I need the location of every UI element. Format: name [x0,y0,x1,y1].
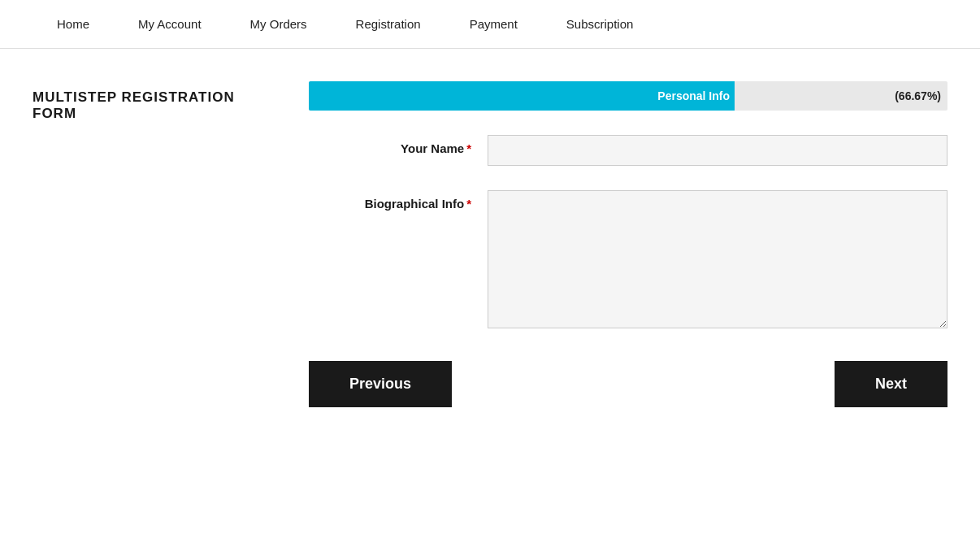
biographical-info-input[interactable] [488,190,947,328]
nav-item-subscription[interactable]: Subscription [542,0,658,49]
biographical-info-required: * [466,197,471,211]
progress-step-label: Personal Info [657,89,735,102]
main-nav: Home My Account My Orders Registration P… [0,0,980,49]
buttons-row: Previous Next [309,361,947,407]
biographical-info-row: Biographical Info* [309,190,947,328]
main-content: MULTISTEP REGISTRATION FORM Personal Inf… [0,49,980,440]
next-button[interactable]: Next [835,361,947,407]
form-title: MULTISTEP REGISTRATION FORM [33,89,276,122]
biographical-info-label: Biographical Info* [309,190,471,211]
previous-button[interactable]: Previous [309,361,452,407]
your-name-label: Your Name* [309,135,471,155]
progress-percent-label: (66.67%) [895,89,941,102]
nav-item-my-account[interactable]: My Account [114,0,226,49]
nav-item-registration[interactable]: Registration [332,0,445,49]
progress-bar-container: Personal Info (66.67%) [309,81,947,111]
left-panel: MULTISTEP REGISTRATION FORM [33,81,276,407]
nav-item-payment[interactable]: Payment [445,0,542,49]
nav-item-my-orders[interactable]: My Orders [226,0,332,49]
progress-bar-fill: Personal Info [309,81,735,111]
your-name-required: * [466,141,471,155]
your-name-input[interactable] [488,135,947,166]
your-name-row: Your Name* [309,135,947,166]
nav-item-home[interactable]: Home [33,0,114,49]
right-panel: Personal Info (66.67%) Your Name* Biogra… [309,81,947,407]
